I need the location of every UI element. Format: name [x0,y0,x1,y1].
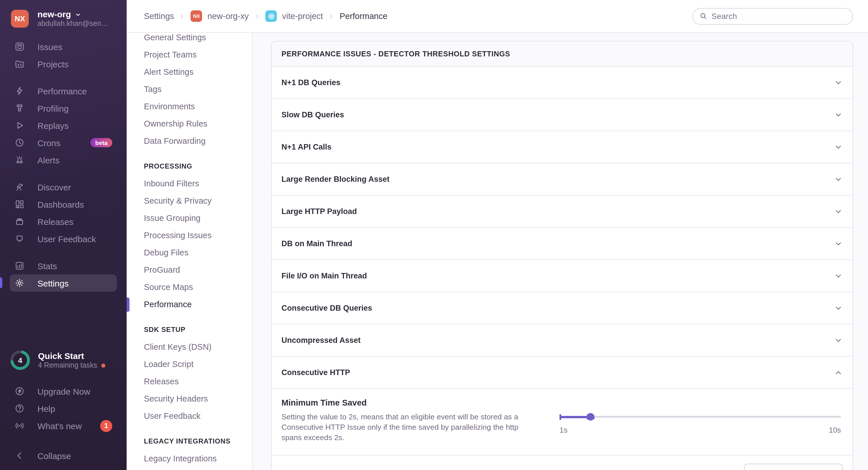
settings-nav-inbound-filters[interactable]: Inbound Filters [127,175,252,192]
search-icon [699,12,707,20]
settings-nav-group-sdk-setup: SDK SETUP [127,321,252,338]
settings-nav-client-keys[interactable]: Client Keys (DSN) [127,338,252,356]
settings-nav-releases[interactable]: Releases [127,373,252,390]
detector-row-consecutive-http[interactable]: Consecutive HTTP [272,357,852,389]
settings-nav-project-teams[interactable]: Project Teams [127,46,252,63]
breadcrumb-page: Performance [340,11,388,21]
settings-nav-tags[interactable]: Tags [127,80,252,98]
sidebar-item-crons[interactable]: Crons beta [0,134,127,151]
sidebar-item-discover[interactable]: Discover [0,178,127,196]
sidebar-item-releases[interactable]: Releases [0,213,127,230]
settings-nav-proguard[interactable]: ProGuard [127,261,252,278]
chevron-down-icon [834,143,843,151]
settings-nav-performance[interactable]: Performance [127,296,252,313]
detector-row-consecutive-db-queries[interactable]: Consecutive DB Queries [272,292,852,325]
settings-nav-processing-issues[interactable]: Processing Issues [127,227,252,244]
sidebar-item-label: Replays [37,121,68,130]
sidebar-item-whats-new[interactable]: What's new 1 [0,417,127,434]
quick-start-title: Quick Start [38,350,105,362]
slider-handle[interactable] [587,413,595,421]
minimum-time-saved-slider[interactable] [559,413,841,421]
settings-nav-user-feedback[interactable]: User Feedback [127,407,252,425]
settings-nav-source-maps[interactable]: Source Maps [127,278,252,296]
sidebar-item-label: What's new [37,421,82,431]
breadcrumb-settings[interactable]: Settings [144,11,174,21]
sidebar-item-label: Settings [37,278,68,288]
detector-row-n1-db-queries[interactable]: N+1 DB Queries [272,67,852,99]
org-avatar: NX [11,9,29,27]
settings-nav-security-headers[interactable]: Security Headers [127,390,252,407]
upgrade-icon [14,386,25,396]
quick-start[interactable]: 4 Quick Start 4 Remaining tasks [0,347,127,373]
org-switcher[interactable]: NX new-org abdullah.khan@sen… [0,7,127,30]
sidebar-item-projects[interactable]: Projects [0,55,127,72]
sidebar-item-help[interactable]: Help [0,400,127,417]
chevron-down-icon [834,336,843,345]
detector-row-large-render-blocking-asset[interactable]: Large Render Blocking Asset [272,163,852,196]
beta-badge: beta [91,138,112,147]
alerts-icon [14,155,25,165]
sidebar-item-upgrade-now[interactable]: Upgrade Now [0,382,127,400]
sidebar-item-dashboards[interactable]: Dashboards [0,196,127,213]
main-area: Settings NX new-org-xy vite-project Perf… [127,0,868,470]
settings-content: PERFORMANCE ISSUES - DETECTOR THRESHOLD … [253,33,868,470]
sidebar-item-replays[interactable]: Replays [0,117,127,134]
detector-row-db-on-main-thread[interactable]: DB on Main Thread [272,228,852,260]
sidebar-item-label: Profiling [37,103,68,113]
sidebar-item-performance[interactable]: Performance [0,82,127,100]
settings-nav-general-settings[interactable]: General Settings [127,33,252,46]
sidebar-item-settings[interactable]: Settings [10,274,117,292]
reset-all-thresholds-button[interactable]: Reset All Thresholds [745,463,843,470]
chevron-down-icon [834,239,843,248]
chevron-down-icon [834,304,843,312]
threshold-slider-area: 2s 1s 10s [559,398,841,443]
settings-nav-environments[interactable]: Environments [127,98,252,115]
settings-gear-icon [14,278,25,288]
chevron-down-icon [834,272,843,280]
sidebar-item-label: Crons [37,138,60,147]
settings-nav-group-legacy-integrations: LEGACY INTEGRATIONS [127,433,252,450]
chevron-down-icon [75,11,82,18]
settings-nav-alert-settings[interactable]: Alert Settings [127,63,252,80]
detector-row-n1-api-calls[interactable]: N+1 API Calls [272,131,852,163]
chevron-right-icon [254,13,260,19]
settings-nav-security-privacy[interactable]: Security & Privacy [127,192,252,209]
whats-new-badge: 1 [100,419,112,432]
sidebar-item-label: Dashboards [37,199,84,209]
quick-start-progress-ring: 4 [10,350,30,370]
slider-fill [559,416,591,418]
detector-row-uncompressed-asset[interactable]: Uncompressed Asset [272,325,852,357]
sidebar-nav: Issues Projects Performance Profiling Re… [0,38,127,292]
settings-nav-data-forwarding[interactable]: Data Forwarding [127,132,252,149]
topbar: Settings NX new-org-xy vite-project Perf… [127,0,868,33]
sidebar-item-profiling[interactable]: Profiling [0,100,127,117]
breadcrumb-project[interactable]: vite-project [282,11,323,21]
sidebar-item-stats[interactable]: Stats [0,257,127,274]
slider-track[interactable] [559,416,841,418]
settings-nav-ownership-rules[interactable]: Ownership Rules [127,115,252,132]
sidebar-item-issues[interactable]: Issues [0,38,127,55]
panel-title: PERFORMANCE ISSUES - DETECTOR THRESHOLD … [272,41,852,67]
settings-nav-issue-grouping[interactable]: Issue Grouping [127,209,252,227]
settings-nav-group-processing: PROCESSING [127,158,252,175]
sidebar-collapse-button[interactable]: Collapse [0,447,127,464]
sidebar-item-alerts[interactable]: Alerts [0,151,127,169]
detector-row-file-io-on-main-thread[interactable]: File I/O on Main Thread [272,260,852,292]
sidebar-item-label: Alerts [37,155,60,165]
crons-icon [14,137,25,148]
org-user-email: abdullah.khan@sen… [37,20,108,28]
detector-row-slow-db-queries[interactable]: Slow DB Queries [272,99,852,131]
search-input[interactable]: Search [692,8,853,25]
chevron-down-icon [834,175,843,183]
sidebar-item-label: Upgrade Now [37,386,90,396]
screen: NX new-org abdullah.khan@sen… Issues Pro… [0,0,868,470]
settings-nav-legacy-integrations[interactable]: Legacy Integrations [127,450,252,467]
sidebar-item-user-feedback[interactable]: User Feedback [0,230,127,247]
settings-nav-debug-files[interactable]: Debug Files [127,244,252,261]
threshold-name: Minimum Time Saved [281,398,539,407]
detector-row-large-http-payload[interactable]: Large HTTP Payload [272,196,852,228]
settings-nav-loader-script[interactable]: Loader Script [127,356,252,373]
slider-min-label: 1s [559,426,567,434]
chevron-right-icon [179,13,186,19]
breadcrumb-organization[interactable]: new-org-xy [208,11,249,21]
